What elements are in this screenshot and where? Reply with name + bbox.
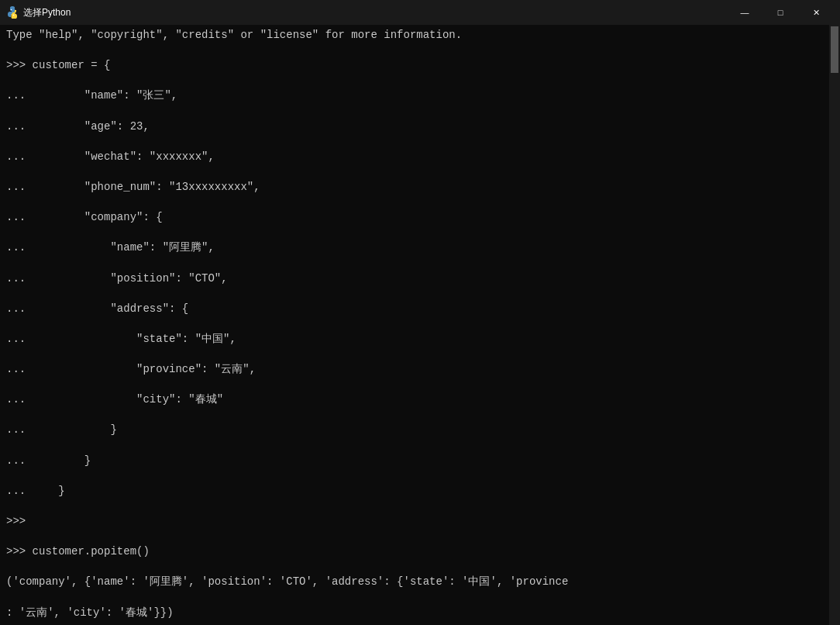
line-12: ... "province": "云南", xyxy=(6,362,823,378)
line-8: ... "name": "阿里腾", xyxy=(6,240,823,256)
line-13: ... "city": "春城" xyxy=(6,392,823,408)
scrollbar[interactable] xyxy=(829,25,840,625)
title-bar-controls[interactable]: — □ ✕ xyxy=(727,0,834,25)
line-6: ... "phone_num": "13xxxxxxxxx", xyxy=(6,180,823,195)
window-title: 选择Python xyxy=(23,6,71,19)
minimize-button[interactable]: — xyxy=(727,0,763,25)
line-15: ... } xyxy=(6,454,823,469)
line-17: >>> xyxy=(6,514,823,530)
close-button[interactable]: ✕ xyxy=(798,0,834,25)
line-14: ... } xyxy=(6,423,823,438)
line-16: ... } xyxy=(6,484,823,499)
window: 选择Python — □ ✕ Type "help", "copyright",… xyxy=(0,0,840,625)
line-11: ... "state": "中国", xyxy=(6,332,823,347)
line-9: ... "position": "CTO", xyxy=(6,271,823,287)
line-20: : '云南', 'city': '春城'}}) xyxy=(6,606,823,621)
line-7: ... "company": { xyxy=(6,210,823,226)
line-18: >>> customer.popitem() xyxy=(6,544,823,560)
title-bar: 选择Python — □ ✕ xyxy=(0,0,840,25)
title-bar-left: 选择Python xyxy=(6,6,71,19)
svg-point-0 xyxy=(11,9,12,11)
terminal-area: Type "help", "copyright", "credits" or "… xyxy=(0,25,840,625)
line-5: ... "wechat": "xxxxxxx", xyxy=(6,150,823,165)
line-10: ... "address": { xyxy=(6,302,823,317)
line-4: ... "age": 23, xyxy=(6,119,823,135)
python-icon xyxy=(6,6,19,19)
scrollbar-thumb[interactable] xyxy=(831,26,838,73)
line-1: Type "help", "copyright", "credits" or "… xyxy=(6,28,823,43)
line-19: ('company', {'name': '阿里腾', 'position': … xyxy=(6,575,823,590)
line-3: ... "name": "张三", xyxy=(6,88,823,104)
svg-point-1 xyxy=(13,15,15,16)
terminal-content[interactable]: Type "help", "copyright", "credits" or "… xyxy=(0,25,829,625)
maximize-button[interactable]: □ xyxy=(763,0,798,25)
line-2: >>> customer = { xyxy=(6,58,823,74)
